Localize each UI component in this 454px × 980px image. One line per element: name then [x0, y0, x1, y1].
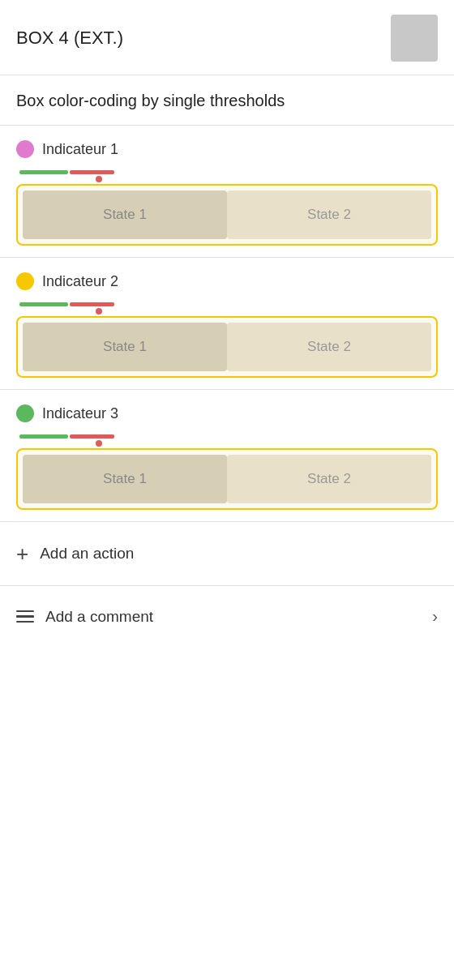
state-2-button-3[interactable]: State 2 — [227, 455, 431, 503]
indicator-block-3: Indicateur 3 State 1 State 2 — [0, 390, 454, 522]
bar-dot-2 — [96, 308, 102, 315]
line-2 — [16, 615, 34, 618]
bar-red-3 — [70, 434, 114, 439]
bar-green-1 — [19, 170, 68, 174]
indicator-label-row-1: Indicateur 1 — [16, 140, 438, 158]
state-buttons-wrapper-3: State 1 State 2 — [16, 448, 438, 510]
indicator-dot-2 — [16, 272, 34, 290]
bar-red-2 — [70, 302, 114, 306]
indicator-name-1: Indicateur 1 — [42, 141, 118, 158]
lines-icon — [16, 610, 34, 623]
indicator-label-row-3: Indicateur 3 — [16, 404, 438, 422]
threshold-bar-3 — [16, 429, 438, 443]
indicator-dot-1 — [16, 140, 34, 158]
indicator-name-2: Indicateur 2 — [42, 273, 118, 290]
add-action-row[interactable]: + Add an action — [0, 522, 454, 586]
bar-dot-1 — [96, 176, 102, 182]
plus-icon: + — [16, 543, 28, 564]
bar-green-3 — [19, 434, 68, 439]
indicator-label-row-2: Indicateur 2 — [16, 272, 438, 290]
indicator-dot-3 — [16, 404, 34, 422]
header-box-thumbnail — [391, 15, 438, 62]
bar-red-1 — [70, 170, 114, 174]
state-buttons-3: State 1 State 2 — [23, 455, 431, 503]
state-2-button-2[interactable]: State 2 — [227, 323, 431, 371]
state-1-button-3[interactable]: State 1 — [23, 455, 227, 503]
threshold-bar-1 — [16, 165, 438, 179]
bar-green-2 — [19, 302, 68, 306]
add-comment-left: Add a comment — [16, 608, 153, 626]
header: BOX 4 (EXT.) — [0, 0, 454, 75]
indicator-name-3: Indicateur 3 — [42, 405, 118, 422]
add-action-label: Add an action — [40, 545, 134, 563]
state-1-button-1[interactable]: State 1 — [23, 190, 227, 239]
chevron-right-icon: › — [432, 607, 438, 626]
section-title: Box color-coding by single thresholds — [0, 75, 454, 126]
state-buttons-1: State 1 State 2 — [23, 190, 431, 239]
threshold-bar-2 — [16, 297, 438, 311]
state-2-button-1[interactable]: State 2 — [227, 190, 431, 239]
state-1-button-2[interactable]: State 1 — [23, 323, 227, 371]
indicator-block-1: Indicateur 1 State 1 State 2 — [0, 126, 454, 258]
add-comment-row[interactable]: Add a comment › — [0, 586, 454, 647]
indicator-block-2: Indicateur 2 State 1 State 2 — [0, 258, 454, 390]
add-comment-label: Add a comment — [45, 608, 153, 626]
line-3 — [16, 621, 34, 623]
page-title: BOX 4 (EXT.) — [16, 28, 123, 49]
line-1 — [16, 610, 34, 613]
state-buttons-wrapper-1: State 1 State 2 — [16, 184, 438, 246]
state-buttons-wrapper-2: State 1 State 2 — [16, 316, 438, 378]
bar-dot-3 — [96, 440, 102, 447]
state-buttons-2: State 1 State 2 — [23, 323, 431, 371]
